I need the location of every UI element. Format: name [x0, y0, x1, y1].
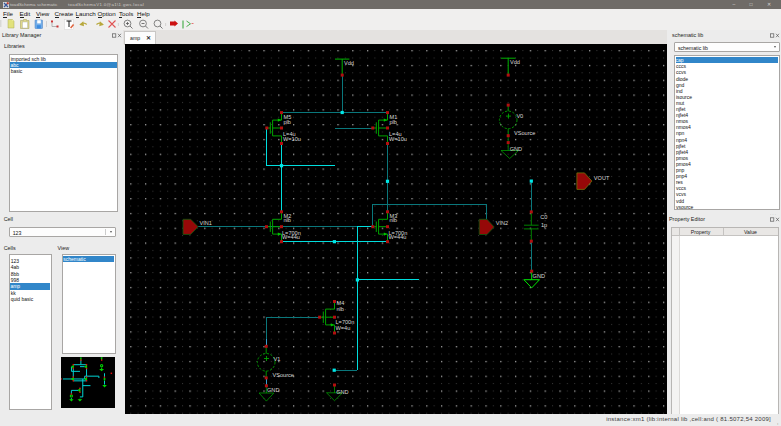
- svg-text:VSource: VSource: [273, 372, 294, 378]
- svg-text:nlb: nlb: [390, 217, 397, 223]
- svg-text:nlb: nlb: [284, 217, 291, 223]
- svg-text:Vdd: Vdd: [510, 59, 520, 65]
- svg-text:GND: GND: [510, 145, 522, 151]
- svg-text:VSource: VSource: [514, 129, 535, 135]
- svg-text:plb: plb: [284, 118, 291, 124]
- svg-text:GND: GND: [533, 273, 545, 279]
- svg-text:Vdd: Vdd: [344, 60, 354, 66]
- svg-text:V0: V0: [516, 113, 523, 119]
- svg-text:V1: V1: [274, 355, 281, 361]
- svg-text:W=10u: W=10u: [283, 136, 301, 142]
- svg-text:GND: GND: [336, 388, 348, 394]
- svg-text:W=4u: W=4u: [336, 324, 351, 330]
- svg-text:W=44u: W=44u: [389, 233, 407, 239]
- svg-text:1p: 1p: [541, 222, 547, 228]
- svg-text:W=44u: W=44u: [282, 233, 300, 239]
- svg-text:GND: GND: [267, 387, 279, 393]
- svg-text:W=10u: W=10u: [389, 136, 407, 142]
- svg-text:plb: plb: [390, 118, 397, 124]
- svg-text:VIN1: VIN1: [200, 219, 212, 225]
- svg-text:VIN2: VIN2: [496, 220, 508, 226]
- svg-text:VOUT: VOUT: [594, 175, 610, 181]
- svg-text:nlb: nlb: [337, 305, 344, 311]
- svg-text:C0: C0: [540, 214, 547, 220]
